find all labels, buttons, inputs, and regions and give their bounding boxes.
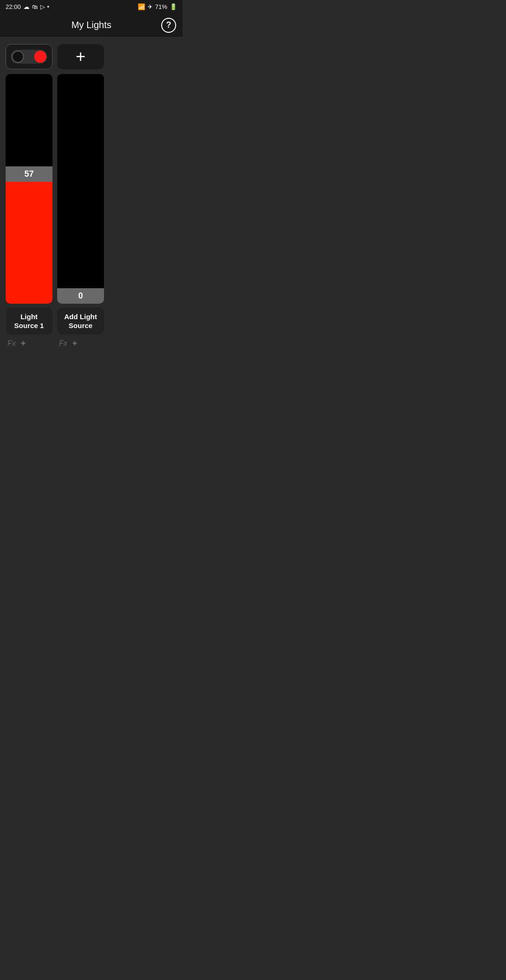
cloud-icon: ☁ <box>23 3 30 10</box>
play-icon: ▷ <box>40 3 45 10</box>
bluetooth-icon-1[interactable]: ✦ <box>20 338 27 349</box>
slider-1-lower <box>6 182 52 304</box>
airplane-icon: ✈ <box>148 3 153 10</box>
bluetooth-icon-2[interactable]: ✦ <box>71 338 78 349</box>
status-bar: 22:00 ☁ 🛍 ▷ • 📶 ✈ 71% 🔋 <box>0 0 183 13</box>
add-light-source-button[interactable]: Add Light Source <box>57 307 104 335</box>
fx-label-1[interactable]: Fx <box>7 339 16 348</box>
light-source-1-label: Light Source 1 <box>14 312 44 330</box>
slider-col-2: 0 Add Light Source Fx ✦ <box>57 74 104 349</box>
dot-icon: • <box>47 3 50 10</box>
status-left: 22:00 ☁ 🛍 ▷ • <box>6 3 49 10</box>
slider-1-upper <box>6 74 52 166</box>
top-row: + <box>6 44 177 69</box>
toggle-track <box>11 50 47 64</box>
app-header: My Lights ? <box>0 13 183 37</box>
bottom-area <box>0 355 183 519</box>
bag-icon: 🛍 <box>32 3 38 10</box>
toggle-knob-off <box>12 51 24 63</box>
main-content: + 57 Light Source 1 Fx ✦ <box>0 37 183 355</box>
plus-icon: + <box>75 47 85 67</box>
slider-1-value: 57 <box>6 166 52 182</box>
help-button[interactable]: ? <box>161 18 176 33</box>
fx-label-2[interactable]: Fx <box>59 339 67 348</box>
wifi-icon: 📶 <box>138 3 145 10</box>
battery-icon: 🔋 <box>170 3 177 10</box>
question-icon: ? <box>166 20 171 30</box>
page-title: My Lights <box>71 20 112 30</box>
status-time: 22:00 <box>6 3 21 10</box>
power-toggle[interactable] <box>6 44 52 69</box>
add-light-source-label: Add Light Source <box>64 312 97 330</box>
slider-col-1: 57 Light Source 1 Fx ✦ <box>6 74 52 349</box>
fx-bt-row-2: Fx ✦ <box>57 338 104 349</box>
sliders-row: 57 Light Source 1 Fx ✦ 0 Add <box>6 74 177 349</box>
slider-2[interactable]: 0 <box>57 74 104 304</box>
light-source-1-button[interactable]: Light Source 1 <box>6 307 52 335</box>
battery-percent: 71% <box>155 3 167 10</box>
add-light-button[interactable]: + <box>57 44 104 69</box>
fx-bt-row-1: Fx ✦ <box>6 338 52 349</box>
toggle-knob-on <box>34 51 46 63</box>
slider-1[interactable]: 57 <box>6 74 52 304</box>
slider-2-upper <box>57 74 104 288</box>
slider-2-value: 0 <box>57 288 104 304</box>
status-right: 📶 ✈ 71% 🔋 <box>138 3 177 10</box>
